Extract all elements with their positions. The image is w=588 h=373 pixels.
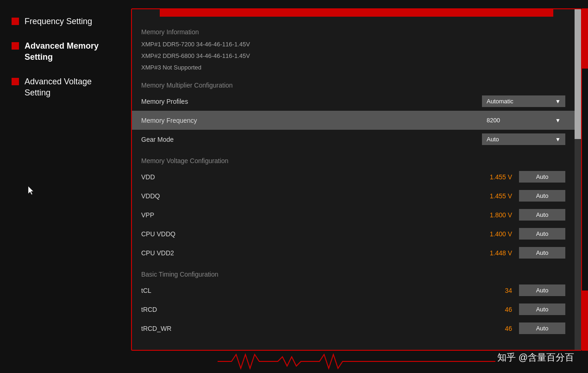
vddq-value: 1.455 V [480,192,512,200]
memory-profiles-dropdown[interactable]: Automatic ▼ [482,95,565,107]
right-accent-top [582,8,588,69]
sidebar-item-label: Advanced Voltage Setting [25,76,116,98]
trcd-label: tRCD [141,306,480,313]
timing-config-header: Basic Timing Configuration [141,267,565,281]
sidebar: Frequency Setting Advanced Memory Settin… [0,0,127,373]
trcd-wr-row[interactable]: tRCD_WR 46 Auto [141,319,565,338]
trcd-wr-label: tRCD_WR [141,325,480,332]
xmp1-info: XMP#1 DDR5-7200 34-46-46-116-1.45V [141,38,565,50]
cpu-vddq-row[interactable]: CPU VDDQ 1.400 V Auto [141,224,565,243]
vdd-label: VDD [141,173,480,181]
cpu-vdd2-value: 1.448 V [480,249,512,257]
memory-profiles-row[interactable]: Memory Profiles Automatic ▼ [141,92,565,111]
scrollbar-track[interactable] [575,9,581,350]
vpp-button[interactable]: Auto [519,209,565,221]
scrollbar-thumb[interactable] [575,9,581,139]
memory-frequency-label: Memory Frequency [141,117,482,124]
gear-mode-value: Auto [487,136,499,143]
memory-frequency-row[interactable]: Memory Frequency 8200 ▼ [132,111,575,130]
cpu-vddq-value: 1.400 V [480,230,512,238]
memory-info-header: Memory Information [141,25,565,38]
tcl-value: 34 [480,287,512,294]
trcd-value: 46 [480,306,512,313]
trcd-button[interactable]: Auto [519,303,565,315]
cpu-vddq-label: CPU VDDQ [141,230,480,238]
content-area[interactable]: Memory Information XMP#1 DDR5-7200 34-46… [132,18,575,350]
vddq-row[interactable]: VDDQ 1.455 V Auto [141,186,565,205]
dropdown-arrow-icon: ▼ [555,117,561,124]
voltage-config-header: Memory Voltage Configuration [141,153,565,167]
tcl-label: tCL [141,287,480,294]
cpu-vdd2-row[interactable]: CPU VDD2 1.448 V Auto [141,243,565,262]
vdd-button[interactable]: Auto [519,171,565,183]
dropdown-arrow-icon: ▼ [555,136,561,143]
vpp-label: VPP [141,211,480,219]
multiplier-config-header: Memory Multiplier Configuration [141,78,565,92]
sidebar-item-advanced-memory-setting[interactable]: Advanced Memory Setting [7,34,120,70]
gear-mode-label: Gear Mode [141,136,482,143]
xmp2-info: XMP#2 DDR5-6800 34-46-46-116-1.45V [141,50,565,62]
gear-mode-dropdown[interactable]: Auto ▼ [482,133,565,145]
vpp-row[interactable]: VPP 1.800 V Auto [141,205,565,224]
cpu-vdd2-button[interactable]: Auto [519,247,565,259]
sidebar-item-frequency-setting[interactable]: Frequency Setting [7,9,120,34]
red-indicator-icon [12,42,19,50]
cpu-vddq-button[interactable]: Auto [519,228,565,240]
memory-frequency-dropdown[interactable]: 8200 ▼ [482,114,565,126]
sidebar-item-label: Advanced Memory Setting [25,41,116,63]
right-accent-bottom [582,291,588,351]
trcd-wr-button[interactable]: Auto [519,322,565,334]
memory-frequency-value: 8200 [487,117,500,124]
trcd-wr-value: 46 [480,325,512,332]
vddq-label: VDDQ [141,192,480,200]
circuit-decoration-icon [218,352,495,371]
red-indicator-icon [12,78,19,85]
red-indicator-icon [12,18,19,25]
vddq-button[interactable]: Auto [519,190,565,202]
cpu-vdd2-label: CPU VDD2 [141,249,480,257]
top-bar [132,9,581,17]
vdd-row[interactable]: VDD 1.455 V Auto [141,167,565,186]
dropdown-arrow-icon: ▼ [555,98,561,105]
trcd-row[interactable]: tRCD 46 Auto [141,300,565,319]
vdd-value: 1.455 V [480,173,512,181]
mouse-cursor-icon [26,185,36,196]
sidebar-item-label: Frequency Setting [25,16,92,27]
memory-profiles-value: Automatic [487,98,513,105]
tcl-row[interactable]: tCL 34 Auto [141,281,565,300]
main-panel: Memory Information XMP#1 DDR5-7200 34-46… [131,8,582,351]
memory-profiles-label: Memory Profiles [141,98,482,105]
vpp-value: 1.800 V [480,211,512,219]
top-bar-left-gap [132,9,160,17]
watermark: 知乎 @含量百分百 [497,351,574,364]
gear-mode-row[interactable]: Gear Mode Auto ▼ [141,130,565,149]
xmp3-info: XMP#3 Not Supported [141,62,565,73]
sidebar-item-advanced-voltage-setting[interactable]: Advanced Voltage Setting [7,70,120,105]
tcl-button[interactable]: Auto [519,284,565,296]
